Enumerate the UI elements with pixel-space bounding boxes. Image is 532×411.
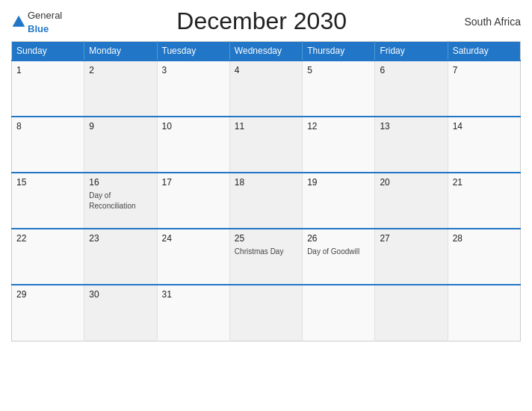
calendar-cell [229,285,302,341]
day-number: 28 [453,233,516,244]
day-number: 4 [235,65,297,75]
calendar-container: General Blue December 2030 South Africa … [0,0,532,411]
calendar-cell: 6 [375,61,448,117]
calendar-cell: 17 [157,173,229,229]
day-number: 27 [380,233,442,244]
day-number: 10 [162,121,225,132]
day-number: 25 [235,233,297,244]
day-number: 9 [89,121,152,132]
calendar-cell: 31 [157,285,229,341]
calendar-title: December 2030 [62,7,461,35]
calendar-cell: 11 [229,117,302,173]
day-number: 13 [380,121,442,132]
weekday-header-wednesday: Wednesday [229,42,302,61]
calendar-cell: 26Day of Goodwill [303,229,375,285]
week-row-1: 1234567 [12,61,521,117]
weekday-header-thursday: Thursday [303,42,375,61]
event-name: Day of Reconciliation [89,191,135,210]
calendar-cell: 23 [84,229,157,285]
week-row-2: 891011121314 [12,117,521,173]
logo-blue: Blue [28,23,49,34]
calendar-cell: 7 [448,61,520,117]
country-label: South Africa [461,16,521,28]
week-row-4: 22232425Christmas Day26Day of Goodwill27… [12,229,521,285]
calendar-cell: 8 [12,117,84,173]
day-number: 16 [89,177,152,188]
calendar-cell: 13 [375,117,448,173]
calendar-cell [303,285,375,341]
weekday-header-saturday: Saturday [448,42,520,61]
day-number: 8 [16,121,79,132]
calendar-cell: 20 [375,173,448,229]
calendar-cell: 10 [157,117,229,173]
day-number: 24 [162,233,225,244]
day-number: 3 [162,65,225,75]
day-number: 7 [453,65,516,75]
calendar-cell: 29 [12,285,84,341]
day-number: 23 [89,233,152,244]
calendar-cell: 3 [157,61,229,117]
weekday-header-sunday: Sunday [12,42,84,61]
event-name: Day of Goodwill [307,247,359,256]
calendar-table: SundayMondayTuesdayWednesdayThursdayFrid… [11,41,521,342]
event-name: Christmas Day [235,247,284,256]
calendar-cell: 4 [229,61,302,117]
day-number: 15 [16,177,79,188]
day-number: 31 [162,289,225,300]
week-row-5: 293031 [12,285,521,341]
calendar-cell: 22 [12,229,84,285]
week-row-3: 1516Day of Reconciliation1718192021 [12,173,521,229]
day-number: 14 [453,121,516,132]
calendar-cell: 1 [12,61,84,117]
calendar-cell: 27 [375,229,448,285]
calendar-cell: 14 [448,117,520,173]
logo-icon [11,14,26,29]
day-number: 21 [453,177,516,188]
calendar-cell: 5 [303,61,375,117]
day-number: 26 [307,233,370,244]
day-number: 12 [307,121,370,132]
calendar-cell: 25Christmas Day [229,229,302,285]
day-number: 18 [235,177,297,188]
day-number: 1 [16,65,79,75]
calendar-cell: 18 [229,173,302,229]
calendar-cell: 15 [12,173,84,229]
weekday-header-row: SundayMondayTuesdayWednesdayThursdayFrid… [12,42,521,61]
calendar-cell: 28 [448,229,520,285]
day-number: 19 [307,177,370,188]
calendar-cell: 9 [84,117,157,173]
day-number: 20 [380,177,442,188]
day-number: 11 [235,121,297,132]
weekday-header-tuesday: Tuesday [157,42,229,61]
day-number: 2 [89,65,152,75]
day-number: 5 [307,65,370,75]
calendar-cell [448,285,520,341]
day-number: 22 [16,233,79,244]
calendar-cell: 24 [157,229,229,285]
logo: General Blue [11,8,62,35]
weekday-header-monday: Monday [84,42,157,61]
logo-text: General Blue [28,8,62,35]
calendar-cell: 19 [303,173,375,229]
logo-general: General [28,10,62,21]
calendar-cell: 2 [84,61,157,117]
calendar-cell: 16Day of Reconciliation [84,173,157,229]
calendar-cell: 30 [84,285,157,341]
calendar-cell: 12 [303,117,375,173]
day-number: 29 [16,289,79,300]
day-number: 30 [89,289,152,300]
weekday-header-friday: Friday [375,42,448,61]
calendar-cell [375,285,448,341]
svg-marker-0 [13,15,25,26]
calendar-cell: 21 [448,173,520,229]
day-number: 17 [162,177,225,188]
day-number: 6 [380,65,442,75]
calendar-header: General Blue December 2030 South Africa [11,7,521,35]
